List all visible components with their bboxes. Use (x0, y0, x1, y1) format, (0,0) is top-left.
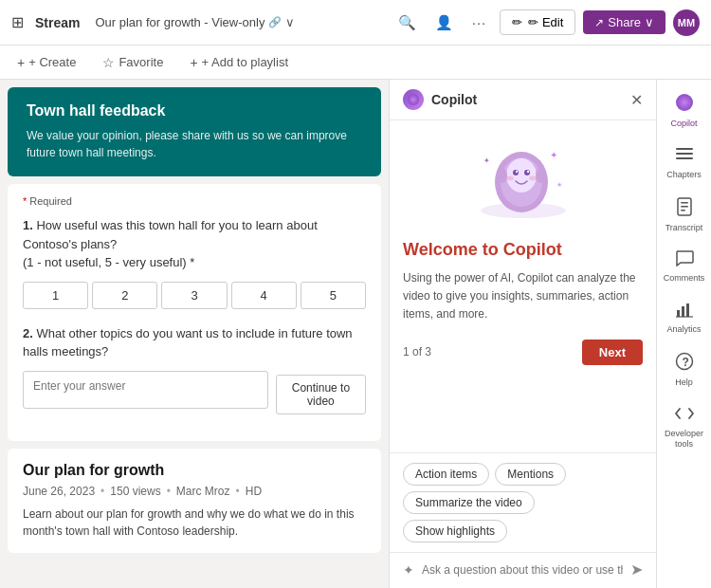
svg-rect-18 (676, 153, 693, 155)
svg-rect-21 (681, 202, 688, 204)
required-star: * (23, 195, 27, 207)
video-views: 150 views (110, 485, 160, 498)
svg-point-16 (676, 94, 693, 111)
rating-5[interactable]: 5 (301, 282, 366, 309)
svg-text:?: ? (682, 355, 688, 368)
rating-2[interactable]: 2 (92, 282, 157, 309)
app-name: Stream (35, 15, 80, 30)
create-label: + Create (28, 55, 76, 69)
svg-rect-26 (686, 303, 689, 317)
developer-sidebar-label: Developer tools (664, 429, 705, 450)
left-panel: Town hall feedback We value your opinion… (0, 80, 389, 588)
rating-4[interactable]: 4 (231, 282, 297, 309)
svg-rect-23 (681, 210, 685, 211)
developer-icon (675, 405, 694, 427)
q1-sub-text: (1 - not useful, 5 - very useful) * (23, 255, 194, 269)
sidebar-item-developer[interactable]: Developer tools (660, 397, 709, 457)
help-icon: ? (675, 352, 694, 376)
svg-point-10 (529, 176, 537, 181)
chevron-down-icon[interactable]: ∨ (285, 15, 295, 29)
comments-sidebar-label: Comments (664, 273, 705, 284)
svg-rect-19 (676, 157, 693, 159)
survey-description: We value your opinion, please share with… (27, 127, 362, 161)
create-button[interactable]: + + Create (11, 51, 82, 74)
grid-icon[interactable]: ⊞ (11, 13, 24, 31)
continue-button[interactable]: Continue to video (276, 375, 366, 414)
sub-nav: + + Create ☆ Favorite + + Add to playlis… (0, 46, 711, 80)
analytics-sidebar-label: Analytics (666, 324, 701, 335)
person-icon-button[interactable]: 👤 (429, 10, 459, 35)
send-button[interactable]: ➤ (630, 560, 643, 579)
chapters-sidebar-label: Chapters (666, 170, 702, 180)
rating-3[interactable]: 3 (161, 282, 227, 309)
required-text: Required (29, 195, 72, 207)
svg-point-8 (526, 171, 528, 173)
svg-rect-17 (676, 148, 693, 150)
next-button[interactable]: Next (582, 340, 643, 365)
sidebar-item-comments[interactable]: Comments (660, 242, 709, 291)
sidebar-item-analytics[interactable]: Analytics (660, 293, 709, 342)
chip-action-items[interactable]: Action items (403, 463, 489, 486)
chip-summarize[interactable]: Summarize the video (403, 491, 535, 514)
svg-point-4 (506, 158, 537, 193)
favorite-button[interactable]: ☆ Favorite (97, 51, 169, 74)
pagination: 1 of 3 Next (403, 340, 643, 365)
pagination-text: 1 of 3 (403, 345, 431, 358)
copilot-sidebar-icon (675, 93, 694, 117)
spark-icon: ✦ (403, 562, 414, 578)
q1-number: 1. (23, 218, 33, 232)
svg-point-5 (513, 170, 519, 175)
q2-main-text: What other topics do you want us to incl… (23, 326, 353, 359)
main-layout: Town hall feedback We value your opinion… (0, 80, 711, 588)
sidebar-item-chapters[interactable]: Chapters (660, 138, 709, 188)
question-1-text: 1. How useful was this town hall for you… (23, 216, 366, 272)
chips-row: Action items Mentions Summarize the vide… (390, 452, 656, 552)
transcript-sidebar-label: Transcript (665, 223, 703, 233)
copilot-panel: Copilot ✕ (389, 80, 656, 588)
share-button[interactable]: ↗ Share ∨ (583, 10, 665, 34)
rating-1[interactable]: 1 (23, 282, 88, 309)
edit-button[interactable]: ✏ ✏ Edit (500, 9, 575, 35)
copilot-sidebar-label: Copilot (670, 119, 697, 129)
close-button[interactable]: ✕ (630, 91, 643, 109)
sidebar-item-copilot[interactable]: Copilot (660, 85, 709, 137)
q1-main-text: How useful was this town hall for you to… (23, 218, 318, 251)
video-title: Our plan for growth (23, 462, 366, 479)
svg-rect-25 (682, 306, 684, 317)
welcome-description: Using the power of AI, Copilot can analy… (403, 269, 643, 324)
copilot-logo (403, 89, 424, 110)
top-nav: ⊞ Stream Our plan for growth - View-only… (0, 0, 711, 46)
copilot-input-area: ✦ ➤ (390, 552, 656, 588)
svg-point-12 (536, 168, 545, 183)
video-description: Learn about our plan for growth and why … (23, 505, 366, 540)
svg-text:★: ★ (556, 181, 562, 188)
answer-textarea[interactable] (23, 371, 268, 409)
question-1-block: 1. How useful was this town hall for you… (23, 216, 366, 309)
search-button[interactable]: 🔍 (392, 10, 422, 35)
chapters-icon (675, 146, 694, 168)
svg-text:✦: ✦ (550, 150, 557, 160)
chip-show-highlights[interactable]: Show highlights (403, 520, 507, 542)
chip-mentions[interactable]: Mentions (495, 463, 566, 486)
copilot-title: Copilot (431, 92, 477, 107)
copilot-content: ✦ ✦ ★ Welcome to Copilot Using the power… (390, 120, 656, 452)
add-to-playlist-button[interactable]: + + Add to playlist (184, 51, 294, 74)
playlist-plus-icon: + (190, 55, 197, 70)
comments-icon (675, 249, 694, 271)
copilot-input[interactable] (422, 563, 623, 577)
share-label: Share (608, 15, 641, 29)
svg-point-0 (408, 94, 419, 105)
share-icon: ↗ (594, 16, 604, 29)
sidebar-item-help[interactable]: ? Help (660, 344, 709, 395)
edit-icon: ✏ (512, 15, 522, 29)
transcript-icon (676, 197, 693, 221)
copilot-illustration: ✦ ✦ ★ (466, 139, 580, 225)
more-button[interactable]: ··· (466, 10, 493, 34)
svg-rect-24 (677, 310, 680, 317)
breadcrumb-text: Our plan for growth - View-only (95, 15, 264, 29)
svg-point-6 (524, 170, 530, 175)
video-author: Marc Mroz (176, 485, 230, 498)
video-info: Our plan for growth June 26, 2023 • 150 … (8, 449, 381, 553)
sidebar-item-transcript[interactable]: Transcript (660, 190, 709, 241)
breadcrumb: Our plan for growth - View-only 🔗 ∨ (95, 15, 295, 29)
